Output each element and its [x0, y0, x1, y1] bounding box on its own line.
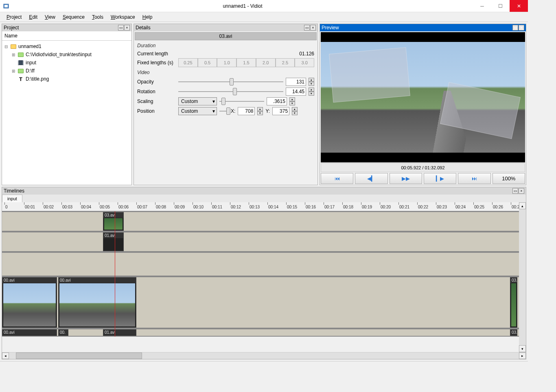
ruler-tick: 00:08: [156, 205, 166, 209]
minimize-button[interactable]: ─: [473, 0, 491, 12]
menu-sequence[interactable]: Sequence: [59, 13, 88, 21]
position-slider[interactable]: [219, 107, 228, 115]
horizontal-scrollbar[interactable]: ◂ ▸: [2, 352, 526, 359]
timeline-tab[interactable]: input: [2, 195, 22, 202]
panel-float-button[interactable]: ▭: [304, 25, 310, 31]
scroll-left-button[interactable]: ◂: [2, 353, 9, 359]
tree-node-folder[interactable]: ⊞ D:\ff: [4, 67, 130, 75]
tree-toggle[interactable]: ⊟: [4, 44, 9, 49]
scroll-thumb[interactable]: [16, 353, 142, 359]
tree-label: unnamed1: [18, 44, 42, 49]
fixed-length-button[interactable]: 1.5: [236, 58, 256, 67]
timeline-clip[interactable]: 01.avi: [103, 232, 124, 251]
ruler-tick: 00:22: [418, 205, 428, 209]
timeline-clip[interactable]: 00.avi: [2, 329, 57, 336]
scaling-label: Scaling: [137, 99, 176, 104]
zoom-display[interactable]: 100%: [493, 173, 525, 184]
ruler-tick: 00:18: [343, 205, 353, 209]
details-panel-title: Details: [136, 25, 304, 31]
ruler-tick: 00:04: [81, 205, 91, 209]
spin-up[interactable]: ▴: [292, 107, 298, 111]
panel-close-button[interactable]: ×: [310, 25, 316, 31]
spin-down[interactable]: ▾: [292, 111, 298, 115]
timeline-ruler[interactable]: 000:0100:0200:0300:0400:0500:0600:0700:0…: [2, 202, 526, 211]
tree-node-project[interactable]: ⊟ unnamed1: [4, 42, 130, 50]
close-button[interactable]: ✕: [510, 0, 528, 12]
rotation-input[interactable]: [286, 88, 306, 96]
position-y-input[interactable]: [272, 107, 289, 115]
spin-up[interactable]: ▴: [309, 88, 314, 92]
timeline-tracks[interactable]: 03.avi 01.avi 00.avi: [2, 211, 526, 337]
timeline-clip[interactable]: 00.avi: [58, 277, 136, 328]
menu-tools[interactable]: Tools: [89, 13, 107, 21]
position-x-input[interactable]: [238, 107, 255, 115]
preview-viewport[interactable]: [321, 32, 525, 162]
skip-start-button[interactable]: ⏮: [321, 173, 353, 184]
scroll-down-button[interactable]: ▾: [519, 345, 526, 352]
current-length-value: 01.126: [299, 51, 314, 57]
panel-float-button[interactable]: ▭: [118, 25, 124, 31]
opacity-label: Opacity: [137, 79, 176, 85]
scaling-mode-dropdown[interactable]: Custom: [178, 97, 217, 105]
fixed-length-button[interactable]: 2.0: [256, 58, 276, 67]
ruler-tick: 00:01: [25, 205, 35, 209]
tree-column-header[interactable]: Name: [2, 31, 131, 41]
spin-up[interactable]: ▴: [309, 78, 314, 82]
scroll-up-button[interactable]: ▴: [519, 202, 526, 209]
step-forward-button[interactable]: ▎▶: [424, 173, 456, 184]
spin-up[interactable]: ▴: [289, 97, 295, 101]
vertical-scrollbar[interactable]: ▴ ▾: [519, 202, 526, 352]
ruler-tick: 00:09: [175, 205, 185, 209]
tree-label: C:\Vidiot\vidiot_trunk\test\input: [26, 52, 92, 57]
maximize-button[interactable]: ☐: [491, 0, 510, 12]
panel-close-button[interactable]: ×: [519, 188, 524, 194]
panel-close-button[interactable]: ×: [519, 25, 524, 31]
fixed-length-button[interactable]: 1.0: [217, 58, 236, 67]
panel-close-button[interactable]: ×: [124, 25, 130, 31]
menu-view[interactable]: View: [42, 13, 59, 21]
fixed-length-button[interactable]: 2.5: [276, 58, 295, 67]
fixed-lengths-label: Fixed lengths (s): [137, 60, 176, 66]
scaling-input[interactable]: [267, 97, 287, 105]
playhead[interactable]: [115, 211, 115, 337]
spin-down[interactable]: ▾: [309, 92, 314, 96]
tree-label: D:\title.png: [26, 76, 49, 82]
menu-help[interactable]: Help: [139, 13, 156, 21]
opacity-input[interactable]: [286, 78, 306, 86]
timeline-clip[interactable]: 01.avi: [103, 329, 136, 336]
menu-project[interactable]: Project: [3, 13, 25, 21]
fixed-length-button[interactable]: 0.5: [198, 58, 217, 67]
spin-down[interactable]: ▾: [257, 111, 263, 115]
tree-toggle[interactable]: ⊞: [11, 69, 16, 73]
panel-float-button[interactable]: ▭: [512, 25, 518, 31]
ruler-tick: 00:02: [44, 205, 54, 209]
timeline-clip[interactable]: 03.avi: [103, 212, 124, 231]
tree-node-folder[interactable]: ⊞ C:\Vidiot\vidiot_trunk\test\input: [4, 50, 130, 59]
timeline-clip[interactable]: 03.: [510, 277, 517, 328]
timeline-clip[interactable]: 00.avi: [2, 277, 57, 328]
menu-edit[interactable]: Edit: [26, 13, 41, 21]
opacity-slider[interactable]: [178, 78, 283, 86]
scroll-right-button[interactable]: ▸: [519, 353, 526, 359]
play-button[interactable]: ▶▶: [390, 173, 422, 184]
rotation-slider[interactable]: [178, 88, 283, 96]
panel-float-button[interactable]: ▭: [512, 188, 518, 194]
ruler-tick: 00:06: [118, 205, 129, 209]
timeline-clip[interactable]: 00.: [58, 329, 68, 336]
spin-down[interactable]: ▾: [309, 82, 314, 86]
tree-node-sequence[interactable]: · input: [4, 59, 130, 67]
tree-node-file[interactable]: · T D:\title.png: [4, 75, 130, 83]
tree-toggle[interactable]: ⊞: [11, 53, 16, 57]
skip-end-button[interactable]: ⏭: [458, 173, 490, 184]
title-bar: unnamed1 - Vidiot ─ ☐ ✕: [0, 0, 528, 12]
timeline-clip[interactable]: 03.: [510, 329, 517, 336]
menu-workspace[interactable]: Workspace: [107, 13, 138, 21]
spin-down[interactable]: ▾: [289, 101, 295, 105]
fixed-length-button[interactable]: 0.25: [178, 58, 198, 67]
scaling-slider[interactable]: [219, 97, 264, 105]
fixed-length-button[interactable]: 3.0: [295, 58, 314, 67]
position-mode-dropdown[interactable]: Custom: [178, 107, 217, 115]
spin-up[interactable]: ▴: [257, 107, 263, 111]
tree-label: input: [26, 60, 36, 66]
step-back-button[interactable]: ◀▎: [355, 173, 387, 184]
